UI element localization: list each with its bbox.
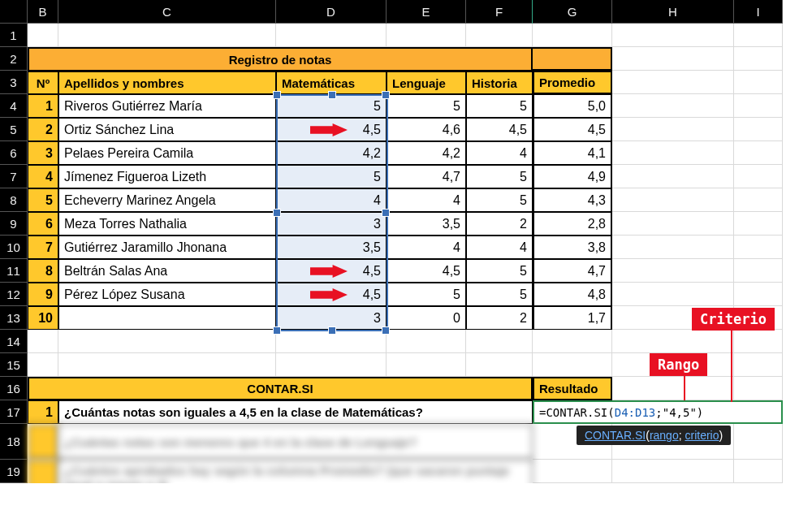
cell-empty[interactable] [612,118,734,141]
cell-empty[interactable] [58,353,276,377]
cell-empty[interactable] [276,353,387,377]
cell-empty[interactable] [612,330,734,353]
cell-empty[interactable] [466,24,533,47]
tooltip-arg2[interactable]: criterio [685,429,719,442]
row-header-13[interactable]: 13 [0,306,28,330]
td-lang[interactable]: 4,5 [387,259,466,283]
td-name[interactable]: Gutiérrez Jaramillo Jhonana [58,236,276,259]
col-header-F[interactable]: F [466,0,533,24]
cell-empty[interactable] [734,236,783,259]
td-avg[interactable]: 1,7 [533,306,612,330]
td-avg[interactable]: 4,1 [533,141,612,165]
formula-cell[interactable]: =CONTAR.SI(D4:D13;"4,5") [533,400,783,424]
td-lang[interactable]: 4 [387,188,466,212]
td-avg[interactable]: 3,8 [533,236,612,259]
col-header-C[interactable]: C [58,0,276,24]
td-lang[interactable]: 0 [387,306,466,330]
td-num[interactable]: 10 [28,306,58,330]
td-lang[interactable]: 4,2 [387,141,466,165]
row-header-7[interactable]: 7 [0,165,28,188]
td-avg[interactable]: 4,8 [533,283,612,306]
td-avg[interactable]: 4,5 [533,118,612,141]
td-name[interactable]: Pérez López Susana [58,283,276,306]
td-hist[interactable]: 4,5 [466,118,533,141]
cell-empty[interactable] [734,212,783,236]
td-avg[interactable]: 4,7 [533,259,612,283]
selection-handle[interactable] [328,91,336,99]
row-header-3[interactable]: 3 [0,71,28,94]
td-name[interactable]: Jímenez Figueroa Lizeth [58,165,276,188]
row-header-17[interactable]: 17 [0,400,28,424]
cell-empty[interactable] [612,236,734,259]
td-num[interactable]: 8 [28,259,58,283]
selection-handle[interactable] [273,326,281,335]
cell-empty[interactable] [28,353,58,377]
td-name[interactable]: Pelaes Pereira Camila [58,141,276,165]
question-text[interactable]: ¿Cuántas notas son iguales a 4,5 en la c… [58,400,533,424]
cell-empty[interactable] [533,330,612,353]
td-num[interactable]: 9 [28,283,58,306]
td-lang[interactable]: 3,5 [387,212,466,236]
cell-empty[interactable] [533,353,612,377]
td-hist[interactable]: 2 [466,306,533,330]
td-num[interactable]: 7 [28,236,58,259]
row-header-8[interactable]: 8 [0,188,28,212]
cell-empty[interactable] [612,188,734,212]
cell-empty[interactable] [387,353,466,377]
cell-empty[interactable] [734,94,783,118]
row-header-10[interactable]: 10 [0,236,28,259]
cell-empty[interactable] [612,47,734,71]
td-hist[interactable]: 5 [466,283,533,306]
td-hist[interactable]: 4 [466,141,533,165]
cell-empty[interactable] [734,24,783,47]
col-header-G[interactable]: G [533,0,612,24]
cell-empty[interactable] [734,188,783,212]
td-name[interactable]: Ortiz Sánchez Lina [58,118,276,141]
td-lang[interactable]: 4 [387,236,466,259]
cell-empty[interactable] [28,330,58,353]
cell-empty[interactable] [734,141,783,165]
cell-empty[interactable] [612,212,734,236]
cell-empty[interactable] [466,330,533,353]
cell-empty[interactable] [612,259,734,283]
cell-empty[interactable] [612,141,734,165]
td-hist[interactable]: 2 [466,212,533,236]
row-header-5[interactable]: 5 [0,118,28,141]
td-math[interactable]: 4,2 [276,141,387,165]
td-name[interactable]: Beltrán Salas Ana [58,259,276,283]
cell-empty[interactable] [387,330,466,353]
row-header-15[interactable]: 15 [0,353,28,377]
cell-empty[interactable] [734,353,783,377]
selection-handle[interactable] [382,91,390,99]
row-header-9[interactable]: 9 [0,212,28,236]
col-header-B[interactable]: B [28,0,58,24]
cell-empty[interactable] [734,71,783,94]
row-header-16[interactable]: 16 [0,377,28,400]
row-header-4[interactable]: 4 [0,94,28,118]
row-header-2[interactable]: 2 [0,47,28,71]
td-math[interactable]: 3,5 [276,236,387,259]
td-lang[interactable]: 4,7 [387,165,466,188]
td-name[interactable]: Echeverry Marinez Angela [58,188,276,212]
td-num[interactable]: 4 [28,165,58,188]
td-name[interactable]: Meza Torres Nathalia [58,212,276,236]
tooltip-arg1[interactable]: rango [650,429,679,442]
td-lang[interactable]: 5 [387,283,466,306]
td-num[interactable]: 3 [28,141,58,165]
row-header-11[interactable]: 11 [0,259,28,283]
cell-empty[interactable] [734,283,783,306]
td-num[interactable]: 2 [28,118,58,141]
row-header-6[interactable]: 6 [0,141,28,165]
td-math[interactable]: 5 [276,165,387,188]
cell-empty[interactable] [612,24,734,47]
cell-empty[interactable] [612,377,734,400]
td-name[interactable]: Riveros Gutiérrez María [58,94,276,118]
td-name[interactable] [58,306,276,330]
selection-handle[interactable] [382,209,390,217]
cell-empty[interactable] [612,71,734,94]
col-header-E[interactable]: E [387,0,466,24]
row-header-18[interactable]: 18 [0,424,28,460]
cell-empty[interactable] [58,330,276,353]
cell-empty[interactable] [387,24,466,47]
cell-empty[interactable] [734,377,783,400]
